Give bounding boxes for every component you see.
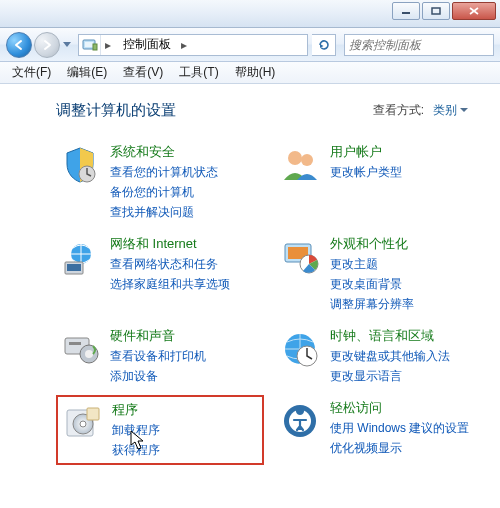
search-box[interactable] (344, 34, 494, 56)
svg-point-26 (80, 421, 86, 427)
category-system-security: 系统和安全查看您的计算机状态备份您的计算机查找并解决问题 (56, 139, 264, 225)
category-link[interactable]: 查找并解决问题 (110, 203, 218, 221)
menu-bar: 文件(F) 编辑(E) 查看(V) 工具(T) 帮助(H) (0, 62, 500, 84)
svg-rect-6 (93, 44, 97, 50)
svg-point-11 (301, 154, 313, 166)
category-title[interactable]: 网络和 Internet (110, 235, 230, 253)
refresh-button[interactable] (312, 34, 336, 56)
view-by-label: 查看方式: (373, 102, 424, 119)
menu-file[interactable]: 文件(F) (4, 62, 59, 83)
minimize-button[interactable] (392, 2, 420, 20)
page-title: 调整计算机的设置 (56, 101, 176, 120)
category-link[interactable]: 更改帐户类型 (330, 163, 402, 181)
category-clock-language-region: 时钟、语言和区域更改键盘或其他输入法更改显示语言 (276, 323, 484, 389)
category-link[interactable]: 备份您的计算机 (110, 183, 218, 201)
breadcrumb-item[interactable]: 控制面板 (115, 35, 177, 55)
svg-rect-5 (85, 42, 93, 47)
svg-rect-27 (87, 408, 99, 420)
category-link[interactable]: 查看设备和打印机 (110, 347, 206, 365)
svg-rect-1 (432, 8, 440, 14)
back-button[interactable] (6, 32, 32, 58)
ease-of-access-icon (278, 399, 322, 443)
category-title[interactable]: 外观和个性化 (330, 235, 414, 253)
menu-view[interactable]: 查看(V) (115, 62, 171, 83)
category-link[interactable]: 查看您的计算机状态 (110, 163, 218, 181)
programs-icon (60, 401, 104, 445)
category-link[interactable]: 更改主题 (330, 255, 414, 273)
search-input[interactable] (345, 38, 500, 52)
breadcrumb-dropdown[interactable]: ▸ (177, 35, 191, 55)
control-panel-icon (79, 35, 101, 55)
nav-history-dropdown[interactable] (60, 34, 74, 56)
category-hardware-sound: 硬件和声音查看设备和打印机添加设备 (56, 323, 264, 389)
category-link[interactable]: 卸载程序 (112, 421, 160, 439)
category-link[interactable]: 调整屏幕分辨率 (330, 295, 414, 313)
clock-language-region-icon (278, 327, 322, 371)
network-internet-icon (58, 235, 102, 279)
svg-rect-14 (67, 264, 81, 271)
navigation-bar: ▸ 控制面板 ▸ (0, 28, 500, 62)
svg-point-10 (288, 151, 302, 165)
category-link[interactable]: 更改桌面背景 (330, 275, 414, 293)
category-link[interactable]: 添加设备 (110, 367, 206, 385)
category-link[interactable]: 获得程序 (112, 441, 160, 459)
category-link[interactable]: 更改显示语言 (330, 367, 450, 385)
menu-edit[interactable]: 编辑(E) (59, 62, 115, 83)
svg-rect-19 (69, 342, 81, 345)
category-title[interactable]: 用户帐户 (330, 143, 402, 161)
category-title[interactable]: 硬件和声音 (110, 327, 206, 345)
menu-tools[interactable]: 工具(T) (171, 62, 226, 83)
window-titlebar (0, 0, 500, 28)
category-link[interactable]: 使用 Windows 建议的设置 (330, 419, 469, 437)
svg-point-21 (85, 350, 93, 358)
category-programs: 程序卸载程序获得程序 (56, 395, 264, 465)
menu-help[interactable]: 帮助(H) (227, 62, 284, 83)
system-security-icon (58, 143, 102, 187)
category-title[interactable]: 系统和安全 (110, 143, 218, 161)
content-area: 调整计算机的设置 查看方式: 类别 系统和安全查看您的计算机状态备份您的计算机查… (0, 84, 500, 508)
address-bar[interactable]: ▸ 控制面板 ▸ (78, 34, 308, 56)
category-appearance: 外观和个性化更改主题更改桌面背景调整屏幕分辨率 (276, 231, 484, 317)
appearance-icon (278, 235, 322, 279)
forward-button[interactable] (34, 32, 60, 58)
category-link[interactable]: 查看网络状态和任务 (110, 255, 230, 273)
category-ease-of-access: 轻松访问使用 Windows 建议的设置优化视频显示 (276, 395, 484, 465)
category-user-accounts: 用户帐户更改帐户类型 (276, 139, 484, 225)
hardware-sound-icon (58, 327, 102, 371)
category-title[interactable]: 时钟、语言和区域 (330, 327, 450, 345)
maximize-button[interactable] (422, 2, 450, 20)
close-button[interactable] (452, 2, 496, 20)
breadcrumb-root-dropdown[interactable]: ▸ (101, 35, 115, 55)
category-title[interactable]: 轻松访问 (330, 399, 469, 417)
category-network-internet: 网络和 Internet查看网络状态和任务选择家庭组和共享选项 (56, 231, 264, 317)
user-accounts-icon (278, 143, 322, 187)
category-link[interactable]: 更改键盘或其他输入法 (330, 347, 450, 365)
view-by: 查看方式: 类别 (373, 100, 472, 121)
category-title[interactable]: 程序 (112, 401, 160, 419)
category-link[interactable]: 选择家庭组和共享选项 (110, 275, 230, 293)
category-link[interactable]: 优化视频显示 (330, 439, 469, 457)
view-by-dropdown[interactable]: 类别 (428, 100, 472, 121)
breadcrumb: ▸ 控制面板 ▸ (101, 35, 191, 55)
